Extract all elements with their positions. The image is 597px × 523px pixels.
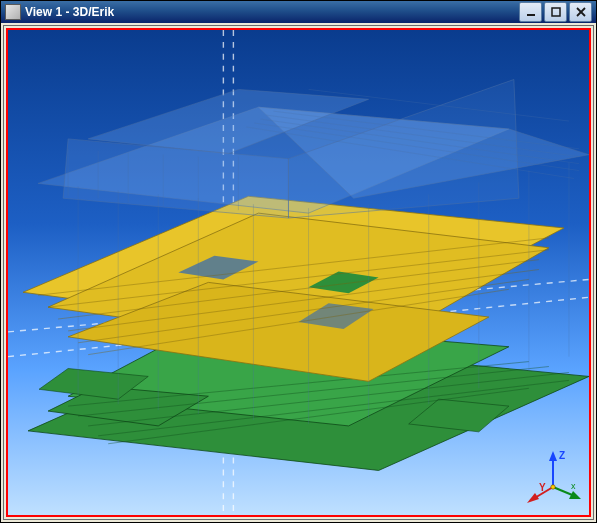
client-area: Z x Y: [3, 25, 594, 520]
3d-viewport[interactable]: Z x Y: [6, 28, 591, 517]
svg-marker-59: [549, 451, 557, 461]
app-icon: [5, 4, 21, 20]
svg-text:Y: Y: [539, 482, 546, 493]
maximize-icon: [550, 6, 562, 18]
svg-rect-0: [527, 14, 535, 16]
window-title: View 1 - 3D/Erik: [25, 5, 519, 19]
svg-text:Z: Z: [559, 450, 565, 461]
axis-y: Y: [527, 482, 553, 503]
svg-rect-1: [552, 8, 560, 16]
axis-indicator: Z x Y: [525, 449, 581, 505]
axis-origin: [551, 485, 555, 489]
titlebar[interactable]: View 1 - 3D/Erik: [1, 1, 596, 23]
maximize-button[interactable]: [544, 2, 567, 22]
minimize-button[interactable]: [519, 2, 542, 22]
model-graphic: [8, 30, 589, 515]
svg-text:x: x: [571, 481, 576, 491]
svg-marker-65: [527, 493, 539, 503]
close-icon: [575, 6, 587, 18]
minimize-icon: [525, 6, 537, 18]
window-buttons: [519, 2, 592, 22]
upper-structure: [38, 79, 589, 218]
close-button[interactable]: [569, 2, 592, 22]
view-window: View 1 - 3D/Erik: [0, 0, 597, 523]
axis-x: x: [553, 481, 581, 499]
axis-z: Z: [549, 450, 565, 487]
